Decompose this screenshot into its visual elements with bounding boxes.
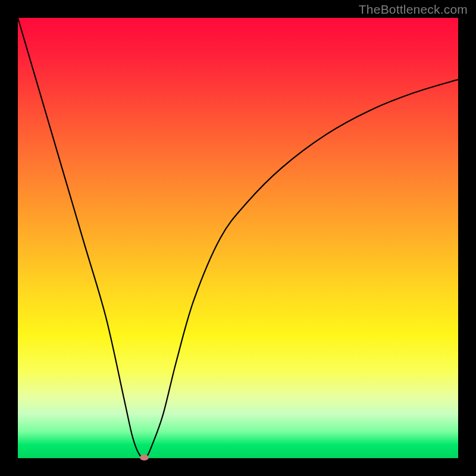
chart-frame: TheBottleneck.com [0,0,476,476]
watermark-text: TheBottleneck.com [359,2,468,17]
bottleneck-curve [18,18,458,458]
minimum-marker [140,455,149,461]
